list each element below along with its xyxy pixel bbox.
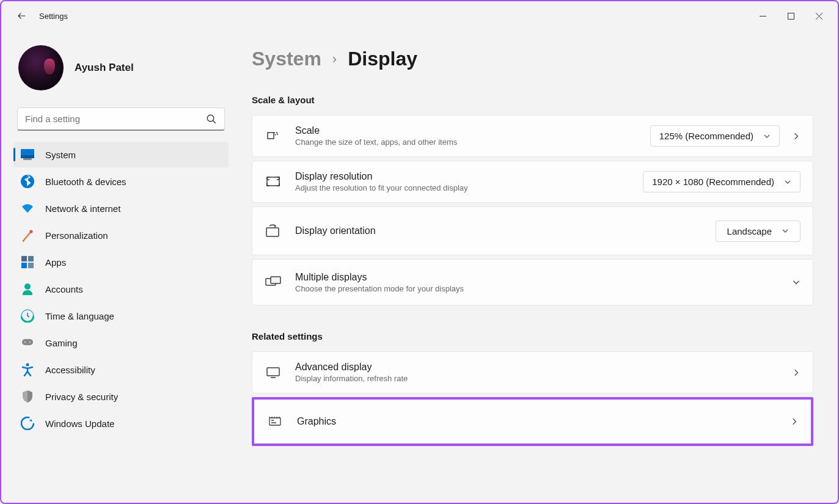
wifi-icon bbox=[21, 202, 34, 215]
username: Ayush Patel bbox=[75, 62, 134, 74]
breadcrumb: System › Display bbox=[252, 48, 813, 70]
avatar bbox=[18, 45, 64, 90]
dropdown-value: 1920 × 1080 (Recommended) bbox=[652, 177, 774, 187]
sidebar-item-label: Privacy & security bbox=[45, 392, 118, 402]
dropdown-value: 125% (Recommended) bbox=[659, 131, 753, 141]
titlebar: Settings bbox=[1, 1, 838, 31]
sidebar-item-accessibility[interactable]: Accessibility bbox=[13, 357, 229, 382]
apps-icon bbox=[21, 255, 34, 269]
shield-icon bbox=[21, 390, 34, 403]
nav: System Bluetooth & devices Network & int… bbox=[13, 142, 229, 436]
sidebar-item-apps[interactable]: Apps bbox=[13, 249, 229, 275]
svg-rect-8 bbox=[28, 256, 34, 261]
sidebar-item-network[interactable]: Network & internet bbox=[13, 195, 229, 221]
setting-title: Scale bbox=[295, 125, 650, 136]
setting-title: Graphics bbox=[297, 416, 790, 427]
minimize-button[interactable] bbox=[749, 6, 777, 26]
close-button[interactable] bbox=[805, 6, 833, 26]
scale-icon bbox=[265, 128, 282, 145]
person-icon bbox=[21, 282, 34, 296]
sidebar-item-privacy[interactable]: Privacy & security bbox=[13, 384, 229, 409]
sidebar-item-system[interactable]: System bbox=[13, 142, 229, 167]
sidebar-item-label: Apps bbox=[45, 257, 66, 268]
setting-sub: Choose the presentation mode for your di… bbox=[295, 284, 792, 293]
orientation-dropdown[interactable]: Landscape bbox=[716, 221, 801, 242]
search-input[interactable] bbox=[25, 114, 206, 124]
section-title-related: Related settings bbox=[252, 331, 813, 341]
svg-rect-9 bbox=[21, 263, 27, 268]
svg-rect-7 bbox=[21, 256, 27, 261]
sidebar-item-accounts[interactable]: Accounts bbox=[13, 276, 229, 302]
svg-rect-24 bbox=[267, 368, 279, 376]
setting-resolution[interactable]: Display resolution Adjust the resolution… bbox=[252, 161, 813, 203]
svg-point-15 bbox=[24, 341, 26, 343]
profile-section[interactable]: Ayush Patel bbox=[13, 38, 229, 108]
setting-title: Display orientation bbox=[295, 225, 716, 236]
svg-rect-25 bbox=[269, 418, 280, 425]
svg-point-11 bbox=[24, 283, 31, 290]
svg-rect-0 bbox=[788, 13, 794, 19]
search-icon bbox=[206, 114, 217, 125]
system-icon bbox=[21, 148, 34, 161]
setting-multiple-displays[interactable]: Multiple displays Choose the presentatio… bbox=[252, 259, 813, 305]
maximize-icon bbox=[788, 13, 794, 20]
sidebar-item-update[interactable]: Windows Update bbox=[13, 411, 229, 436]
svg-point-6 bbox=[30, 230, 33, 233]
setting-scale[interactable]: Scale Change the size of text, apps, and… bbox=[252, 115, 813, 157]
chevron-down-icon bbox=[782, 227, 789, 235]
sidebar-item-label: System bbox=[45, 150, 76, 160]
clock-icon bbox=[21, 309, 34, 323]
sidebar-item-gaming[interactable]: Gaming bbox=[13, 330, 229, 356]
app-title: Settings bbox=[39, 12, 68, 21]
multiple-displays-icon bbox=[265, 274, 282, 291]
sidebar-item-personalization[interactable]: Personalization bbox=[13, 222, 229, 248]
search-box[interactable] bbox=[17, 108, 225, 131]
setting-sub: Adjust the resolution to fit your connec… bbox=[295, 183, 643, 192]
setting-sub: Display information, refresh rate bbox=[295, 374, 792, 383]
svg-rect-19 bbox=[268, 133, 274, 139]
accessibility-icon bbox=[21, 363, 34, 376]
sidebar-item-label: Network & internet bbox=[45, 203, 120, 214]
setting-advanced-display[interactable]: Advanced display Display information, re… bbox=[252, 351, 813, 393]
resolution-dropdown[interactable]: 1920 × 1080 (Recommended) bbox=[643, 171, 801, 192]
breadcrumb-current: Display bbox=[348, 48, 417, 70]
arrow-left-icon bbox=[16, 10, 27, 21]
chevron-down-icon bbox=[792, 278, 801, 287]
close-icon bbox=[816, 13, 823, 20]
svg-rect-4 bbox=[23, 158, 32, 160]
sidebar-item-bluetooth[interactable]: Bluetooth & devices bbox=[13, 169, 229, 194]
main-content: System › Display Scale & layout Scale Ch… bbox=[233, 31, 838, 503]
svg-rect-10 bbox=[28, 263, 34, 268]
setting-orientation[interactable]: Display orientation Landscape bbox=[252, 206, 813, 255]
sidebar-item-label: Personalization bbox=[45, 230, 108, 241]
setting-title: Advanced display bbox=[295, 362, 792, 373]
display-icon bbox=[265, 364, 282, 381]
gamepad-icon bbox=[21, 336, 34, 349]
svg-point-18 bbox=[21, 417, 34, 429]
sidebar-item-label: Windows Update bbox=[45, 418, 114, 429]
sidebar-item-time[interactable]: Time & language bbox=[13, 303, 229, 329]
chevron-right-icon bbox=[790, 417, 799, 426]
sidebar-item-label: Bluetooth & devices bbox=[45, 177, 126, 187]
sidebar-item-label: Time & language bbox=[45, 311, 114, 321]
maximize-button[interactable] bbox=[777, 6, 805, 26]
setting-graphics[interactable]: Graphics bbox=[252, 397, 813, 446]
chevron-right-icon bbox=[792, 368, 801, 377]
bluetooth-icon bbox=[21, 175, 34, 188]
minimize-icon bbox=[760, 13, 766, 20]
svg-rect-3 bbox=[21, 155, 34, 158]
breadcrumb-parent[interactable]: System bbox=[252, 48, 321, 70]
brush-icon bbox=[21, 228, 34, 242]
resolution-icon bbox=[265, 173, 282, 191]
scale-dropdown[interactable]: 125% (Recommended) bbox=[650, 125, 780, 147]
svg-point-16 bbox=[29, 341, 31, 343]
back-button[interactable] bbox=[15, 9, 29, 23]
chevron-right-icon bbox=[792, 132, 801, 141]
sidebar: Ayush Patel System Bluetooth & devices N… bbox=[1, 31, 233, 503]
sidebar-item-label: Accessibility bbox=[45, 365, 95, 375]
setting-title: Multiple displays bbox=[295, 272, 792, 283]
update-icon bbox=[21, 417, 34, 430]
graphics-icon bbox=[266, 413, 284, 430]
sidebar-item-label: Gaming bbox=[45, 338, 78, 348]
svg-point-1 bbox=[207, 115, 214, 122]
